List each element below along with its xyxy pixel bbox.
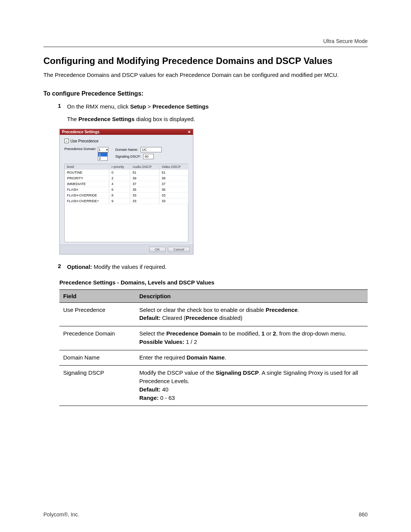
page-footer: Polycom®, Inc. 860 [43,511,368,518]
header-rule [43,46,368,47]
dropdown-option-1[interactable]: 1 [98,153,107,157]
table-row[interactable]: FLASH-OVERRIDE+93333 [65,198,188,204]
field-desc: Select or clear the check box to enable … [135,302,368,326]
domain-name-input[interactable]: UC [140,147,162,152]
field-name: Precedence Domain [59,326,135,350]
dropdown-value: 1 [99,148,100,152]
col-description: Description [135,289,368,302]
bold: Setup [130,103,146,110]
dropdown-option-2[interactable]: 2 [98,157,107,160]
precedence-domain-group: Precedence Domain: 1 ▾ 1 2 [64,147,108,161]
table-row[interactable]: FLASH63535 [65,187,188,193]
reference-table-title: Precedence Settings - Domains, Levels an… [59,279,368,286]
precedence-levels-table: level r-priority Audio DSCP Video DSCP R… [64,164,188,242]
text: Modify the values if required. [92,264,167,270]
step-text: On the RMX menu, click Setup > Precedenc… [67,102,368,111]
bold: Precedence Settings [153,103,209,110]
domain-name-row: Domain Name: UC [115,147,162,152]
text: On the RMX menu, click [67,103,130,110]
step-text: Optional: Modify the values if required. [67,263,368,272]
text: > [146,103,153,110]
precedence-domain-dropdown[interactable]: 1 ▾ 1 2 [98,147,108,161]
use-precedence-label: Use Precedence [70,139,99,143]
col-video: Video DSCP [159,164,188,170]
precedence-domain-label: Precedence Domain: [64,147,96,151]
text: dialog box is displayed. [135,116,195,122]
step-2: 2 Optional: Modify the values if require… [58,263,368,272]
section-label: Ultra Secure Mode [43,38,368,44]
dialog-screenshot: Precedence Settings ✕ ✓ Use Precedence P… [59,129,368,254]
field-desc: Modify the DSCP value of the Signaling D… [135,366,368,406]
field-name: Use Precedence [59,302,135,326]
ref-row-signaling-dscp: Signaling DSCP Modify the DSCP value of … [59,366,368,406]
field-name: Domain Name [59,350,135,366]
use-precedence-checkbox[interactable]: ✓ [64,139,69,143]
use-precedence-row: ✓ Use Precedence [64,139,188,143]
field-name: Signaling DSCP [59,366,135,406]
intro-text: The Precedence Domains and DSCP values f… [43,71,368,79]
ok-button[interactable]: OK [149,247,166,252]
cancel-button[interactable]: Cancel [168,247,190,252]
step-number: 1 [58,102,63,111]
dialog-title-text: Precedence Settings [62,130,99,134]
field-desc: Select the Precedence Domain to be modif… [135,326,368,350]
table-row[interactable]: IMMEDIATE43737 [65,181,188,187]
field-desc: Enter the required Domain Name. [135,350,368,366]
bold: Precedence Settings [78,116,135,122]
reference-table: Field Description Use Precedence Select … [59,289,368,406]
footer-left: Polycom®, Inc. [43,511,79,518]
table-row[interactable]: ROUTINE05151 [65,170,188,176]
table-row[interactable]: FLASH-OVERRIDE83333 [65,193,188,198]
signaling-dscp-input[interactable]: 40 [143,154,154,159]
close-icon[interactable]: ✕ [188,130,191,134]
ref-row-precedence-domain: Precedence Domain Select the Precedence … [59,326,368,350]
col-rpriority: r-priority [109,164,130,170]
signaling-dscp-label: Signaling DSCP: [115,155,141,158]
col-audio: Audio DSCP [130,164,159,170]
dialog-footer: OK Cancel [60,244,193,254]
col-level: level [65,164,109,170]
step-number: 2 [58,263,63,272]
step-1-sub: The Precedence Settings dialog box is di… [43,115,368,124]
page-title: Configuring and Modifying Precedence Dom… [43,56,368,66]
col-field: Field [59,289,135,302]
footer-page-number: 860 [359,511,368,518]
precedence-settings-dialog: Precedence Settings ✕ ✓ Use Precedence P… [59,129,193,254]
ref-row-use-precedence: Use Precedence Select or clear the check… [59,302,368,326]
domain-name-label: Domain Name: [115,148,138,152]
table-row[interactable]: PRIORITY23939 [65,176,188,181]
chevron-down-icon: ▾ [106,148,108,152]
text: The [67,116,78,122]
signaling-dscp-row: Signaling DSCP: 40 [115,154,162,159]
step-1: 1 On the RMX menu, click Setup > Precede… [58,102,368,111]
dialog-titlebar: Precedence Settings ✕ [60,129,193,135]
sub-heading: To configure Precedence Settings: [43,90,368,97]
ref-row-domain-name: Domain Name Enter the required Domain Na… [59,350,368,366]
dropdown-list[interactable]: 1 2 [98,152,108,161]
bold: Optional: [67,264,92,270]
dialog-body: ✓ Use Precedence Precedence Domain: 1 ▾ … [60,135,193,244]
